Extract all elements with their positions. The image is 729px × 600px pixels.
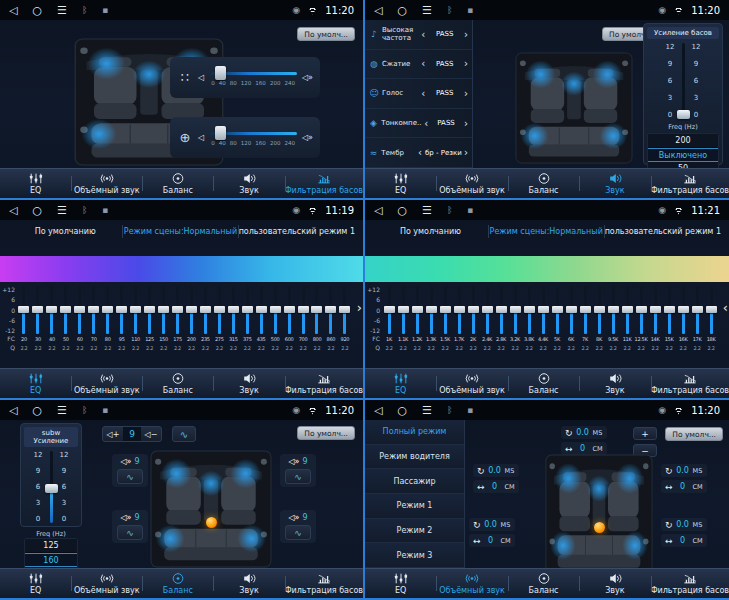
eq-slider-track[interactable] <box>134 286 137 334</box>
eq-band[interactable]: 435 2.2 <box>254 286 268 353</box>
back-icon[interactable]: ◁ <box>9 5 17 16</box>
eq-slider-thumb[interactable] <box>325 306 336 313</box>
eq-slider-thumb[interactable] <box>116 306 127 313</box>
eq-slider-track[interactable] <box>472 286 475 334</box>
eq-slider-thumb[interactable] <box>482 306 493 313</box>
tab-bass-filter[interactable]: Фильтрация басов <box>651 369 729 398</box>
menu-item[interactable]: ☺ Голос ‹ PASS › <box>365 79 472 109</box>
eq-slider-thumb[interactable] <box>242 306 253 313</box>
eq-band[interactable]: 14K 2.2 <box>648 286 662 353</box>
eq-band[interactable]: 1.1K 2.2 <box>396 286 410 353</box>
eq-slider-track[interactable] <box>22 286 25 334</box>
eq-slider-thumb[interactable] <box>339 306 350 313</box>
eq-band[interactable]: 17K 2.2 <box>690 286 704 353</box>
recents-icon[interactable]: ☰ <box>57 205 67 216</box>
tab-bass-filter[interactable]: Фильтрация басов <box>285 569 363 598</box>
eq-slider-thumb[interactable] <box>102 306 113 313</box>
speaker-curve-button[interactable]: ∿ <box>285 469 311 484</box>
eq-band[interactable]: 2.8K 2.2 <box>494 286 508 353</box>
eq-slider-thumb[interactable] <box>311 306 322 313</box>
eq-slider-thumb[interactable] <box>172 306 183 313</box>
back-icon[interactable]: ◁ <box>9 205 17 216</box>
eq-slider-thumb[interactable] <box>398 306 409 313</box>
surround-mode-item[interactable]: Режим 3 <box>365 543 464 568</box>
eq-slider-thumb[interactable] <box>454 306 465 313</box>
eq-slider-track[interactable] <box>458 286 461 334</box>
eq-slider-track[interactable] <box>430 286 433 334</box>
eq-slider-thumb[interactable] <box>412 306 423 313</box>
eq-slider-track[interactable] <box>162 286 165 334</box>
scroll-right-arrow[interactable]: › <box>357 300 362 315</box>
tab-bass-filter[interactable]: Фильтрация басов <box>285 169 363 198</box>
slider-thumb[interactable] <box>45 484 58 493</box>
eq-slider-track[interactable] <box>416 286 419 334</box>
eq-slider-track[interactable] <box>696 286 699 334</box>
eq-band[interactable]: 20 2.2 <box>17 286 31 353</box>
tab-bass-filter[interactable]: Фильтрация басов <box>285 369 363 398</box>
eq-slider-track[interactable] <box>246 286 249 334</box>
menu-item[interactable]: ≈ Тембр ‹ бр - Резки › <box>365 138 472 168</box>
eq-slider-thumb[interactable] <box>60 306 71 313</box>
eq-slider-track[interactable] <box>710 286 713 334</box>
eq-band[interactable]: 12.5K 2.2 <box>634 286 648 353</box>
home-icon[interactable]: ○ <box>32 405 42 416</box>
eq-band[interactable]: 150 2.2 <box>157 286 171 353</box>
eq-band[interactable]: 5K 2.2 <box>550 286 564 353</box>
eq-slider-track[interactable] <box>514 286 517 334</box>
eq-slider-track[interactable] <box>402 286 405 334</box>
home-icon[interactable]: ○ <box>32 5 42 16</box>
eq-slider-track[interactable] <box>148 286 151 334</box>
eq-slider-thumb[interactable] <box>256 306 267 313</box>
crossover-slider[interactable]: 04080120160200240 <box>209 63 297 93</box>
chevron-left-icon[interactable]: ‹ <box>421 58 425 69</box>
tab-surround[interactable]: Объёмный звук <box>71 169 142 198</box>
corner-delay-control[interactable]: ↻ 0.0 MS ↔ 0 CM <box>473 464 519 493</box>
eq-slider-track[interactable] <box>682 286 685 334</box>
tab-sound[interactable]: Звук <box>579 569 650 598</box>
corner-delay-control[interactable]: ↻ 0.0 MS ↔ 0 CM <box>661 464 707 493</box>
tab-eq[interactable]: EQ <box>0 569 71 598</box>
chevron-right-icon[interactable]: › <box>464 88 468 99</box>
eq-band[interactable]: 3.8K 2.2 <box>522 286 536 353</box>
eq-slider-track[interactable] <box>204 286 207 334</box>
slider-track[interactable] <box>682 43 685 119</box>
eq-band[interactable]: 1.7K 2.2 <box>452 286 466 353</box>
eq-slider-track[interactable] <box>232 286 235 334</box>
tab-balance[interactable]: Баланс <box>508 169 579 198</box>
eq-slider-thumb[interactable] <box>200 306 211 313</box>
eq-preset[interactable]: Режим сцены:Нормальный <box>488 225 604 238</box>
eq-preset[interactable]: По умолчанию <box>8 225 122 238</box>
surround-mode-item[interactable]: Режим 1 <box>365 494 464 519</box>
eq-band[interactable]: 15K 2.2 <box>662 286 676 353</box>
eq-slider-thumb[interactable] <box>384 306 395 313</box>
eq-band[interactable]: 50 2.2 <box>59 286 73 353</box>
eq-band[interactable]: 60 2.2 <box>73 286 87 353</box>
menu-item[interactable]: ♪ Высокая частота ‹ PASS › <box>365 20 472 50</box>
eq-band[interactable]: 18K 2.2 <box>704 286 718 353</box>
eq-band[interactable]: 175 2.2 <box>170 286 184 353</box>
eq-slider-thumb[interactable] <box>538 306 549 313</box>
back-icon[interactable]: ◁ <box>374 5 382 16</box>
eq-slider-thumb[interactable] <box>228 306 239 313</box>
eq-band[interactable]: 1.2K 2.2 <box>410 286 424 353</box>
eq-slider-thumb[interactable] <box>608 306 619 313</box>
crossover-slider[interactable]: 04080120160200240 <box>209 123 297 153</box>
chevron-right-icon[interactable]: › <box>464 118 468 129</box>
slider-thumb[interactable] <box>215 126 226 140</box>
chevron-left-icon[interactable]: ‹ <box>421 88 425 99</box>
subwoofer-position-dot[interactable] <box>206 517 217 528</box>
eq-preset[interactable]: пользовательский режим 1 <box>604 225 721 238</box>
tab-balance[interactable]: Баланс <box>508 369 579 398</box>
eq-band[interactable]: 3.2K 2.2 <box>508 286 522 353</box>
eq-slider-thumb[interactable] <box>32 306 43 313</box>
eq-slider-track[interactable] <box>640 286 643 334</box>
eq-slider-thumb[interactable] <box>440 306 451 313</box>
eq-slider-track[interactable] <box>654 286 657 334</box>
curve-mode-button[interactable]: ∿ <box>172 426 196 442</box>
menu-item[interactable]: ◍ Сжатие ‹ PASS › <box>365 50 472 80</box>
eq-band[interactable]: 920 2.2 <box>338 286 352 353</box>
eq-band[interactable]: 1K 2.2 <box>382 286 396 353</box>
default-button[interactable]: По умолч... <box>665 427 723 441</box>
eq-slider-thumb[interactable] <box>426 306 437 313</box>
tab-sound[interactable]: Звук <box>213 569 284 598</box>
